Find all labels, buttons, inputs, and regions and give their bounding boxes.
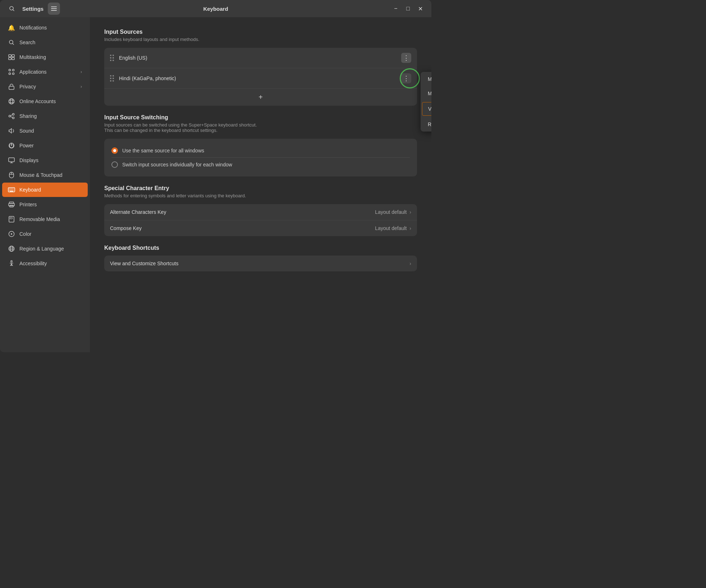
english-us-label: English (US) xyxy=(119,55,401,61)
compose-key-value: Layout default xyxy=(375,225,407,231)
alternate-characters-label: Alternate Characters Key xyxy=(110,209,375,215)
sidebar-label-notifications: Notifications xyxy=(19,25,82,31)
svg-rect-36 xyxy=(12,189,12,189)
applications-chevron: › xyxy=(81,69,82,74)
sidebar-item-keyboard[interactable]: Keyboard xyxy=(2,183,88,197)
view-keyboard-layout-item[interactable]: View Keyboard Layout xyxy=(422,102,431,116)
english-us-more-button[interactable]: ⋮ xyxy=(401,53,411,63)
svg-line-24 xyxy=(10,116,12,118)
hindi-more-button[interactable]: ⋮ xyxy=(401,73,411,83)
svg-point-13 xyxy=(9,73,11,75)
view-shortcuts-row[interactable]: View and Customize Shortcuts › xyxy=(104,256,417,271)
svg-rect-34 xyxy=(9,189,10,189)
keyboard-shortcuts-title: Keyboard Shortcuts xyxy=(104,245,417,251)
sidebar-item-accessibility[interactable]: Accessibility xyxy=(2,256,88,271)
minimize-button[interactable]: − xyxy=(390,3,401,14)
sidebar-item-privacy[interactable]: Privacy › xyxy=(2,79,88,94)
alternate-characters-value: Layout default xyxy=(375,209,407,215)
same-source-option[interactable]: Use the same source for all windows xyxy=(111,144,410,157)
region-icon xyxy=(8,245,15,252)
sidebar-label-color: Color xyxy=(19,231,82,237)
svg-point-54 xyxy=(11,261,12,262)
search-button[interactable] xyxy=(6,3,18,15)
sidebar: 🔔 Notifications Search xyxy=(0,17,90,352)
sidebar-item-removable-media[interactable]: Removable Media xyxy=(2,212,88,226)
titlebar: Settings Keyboard − □ ✕ xyxy=(0,0,431,17)
svg-rect-40 xyxy=(12,190,12,191)
online-accounts-icon xyxy=(8,98,15,105)
sidebar-item-sound[interactable]: Sound xyxy=(2,124,88,138)
svg-rect-35 xyxy=(10,189,11,189)
privacy-icon xyxy=(8,83,15,90)
sidebar-item-mouse-touchpad[interactable]: Mouse & Touchpad xyxy=(2,168,88,182)
same-source-radio[interactable] xyxy=(111,147,118,154)
drag-handle-hindi[interactable] xyxy=(110,75,114,82)
sidebar-label-accessibility: Accessibility xyxy=(19,261,82,266)
input-sources-card: English (US) ⋮ Hindi (KaGaPa, phonetic) … xyxy=(104,48,417,106)
alternate-characters-row[interactable]: Alternate Characters Key Layout default … xyxy=(104,204,417,220)
sidebar-label-search: Search xyxy=(19,40,82,45)
special-char-card: Alternate Characters Key Layout default … xyxy=(104,204,417,236)
svg-point-49 xyxy=(11,233,12,235)
radio-divider xyxy=(111,157,410,158)
same-source-label: Use the same source for all windows xyxy=(122,148,204,153)
move-down-item[interactable]: Move down xyxy=(421,86,431,101)
menu-button[interactable] xyxy=(48,3,60,15)
svg-rect-10 xyxy=(12,58,14,60)
sharing-icon xyxy=(8,112,15,120)
mouse-icon xyxy=(8,171,15,179)
input-source-switching-desc: Input sources can be switched using the … xyxy=(104,122,417,133)
accessibility-icon xyxy=(8,260,15,267)
shortcuts-card: View and Customize Shortcuts › xyxy=(104,256,417,271)
special-char-desc: Methods for entering symbols and letter … xyxy=(104,193,417,198)
svg-rect-15 xyxy=(9,86,14,89)
svg-point-21 xyxy=(9,115,11,117)
displays-icon xyxy=(8,157,15,164)
sidebar-label-printers: Printers xyxy=(19,202,82,207)
context-menu: Move up Move down View Keyboard Layout R… xyxy=(421,72,431,132)
sidebar-label-sound: Sound xyxy=(19,128,82,134)
switching-card: Use the same source for all windows Swit… xyxy=(104,139,417,176)
drag-handle-english[interactable] xyxy=(110,55,114,61)
svg-rect-7 xyxy=(9,55,11,57)
content-area: 🔔 Notifications Search xyxy=(0,17,431,352)
compose-key-chevron: › xyxy=(409,225,411,231)
individual-source-radio[interactable] xyxy=(111,161,118,168)
remove-item[interactable]: Remove xyxy=(421,117,431,132)
svg-point-14 xyxy=(13,73,14,75)
sidebar-label-online-accounts: Online Accounts xyxy=(19,98,82,104)
color-icon xyxy=(8,230,15,238)
svg-rect-9 xyxy=(9,58,11,60)
sidebar-item-search[interactable]: Search xyxy=(2,35,88,50)
compose-key-row[interactable]: Compose Key Layout default › xyxy=(104,220,417,236)
sidebar-item-printers[interactable]: Printers xyxy=(2,197,88,212)
sidebar-item-color[interactable]: Color xyxy=(2,227,88,241)
svg-point-50 xyxy=(9,246,14,252)
individual-source-option[interactable]: Switch input sources individually for ea… xyxy=(111,159,410,171)
svg-line-1 xyxy=(13,10,14,11)
sidebar-item-displays[interactable]: Displays xyxy=(2,153,88,167)
sidebar-item-multitasking[interactable]: Multitasking xyxy=(2,50,88,64)
svg-rect-42 xyxy=(10,191,13,192)
removable-media-icon xyxy=(8,216,15,223)
sidebar-item-online-accounts[interactable]: Online Accounts xyxy=(2,94,88,109)
sidebar-item-power[interactable]: Power xyxy=(2,138,88,153)
sidebar-item-notifications[interactable]: 🔔 Notifications xyxy=(2,20,88,35)
maximize-button[interactable]: □ xyxy=(403,3,413,14)
sidebar-label-multitasking: Multitasking xyxy=(19,54,82,60)
compose-key-label: Compose Key xyxy=(110,225,375,231)
sidebar-item-sharing[interactable]: Sharing xyxy=(2,109,88,123)
input-sources-title: Input Sources xyxy=(104,29,417,35)
sidebar-item-applications[interactable]: Applications › xyxy=(2,65,88,79)
input-sources-desc: Includes keyboard layouts and input meth… xyxy=(104,37,417,42)
input-source-english: English (US) ⋮ xyxy=(104,48,417,68)
sidebar-item-region-language[interactable]: Region & Language xyxy=(2,242,88,256)
svg-point-16 xyxy=(9,99,14,104)
search-nav-icon xyxy=(8,39,15,46)
svg-rect-41 xyxy=(13,190,14,191)
sidebar-label-applications: Applications xyxy=(19,69,76,75)
move-up-item[interactable]: Move up xyxy=(421,72,431,86)
add-input-source-row[interactable]: + xyxy=(104,89,417,106)
hindi-label: Hindi (KaGaPa, phonetic) xyxy=(119,75,401,81)
close-button[interactable]: ✕ xyxy=(415,3,426,14)
